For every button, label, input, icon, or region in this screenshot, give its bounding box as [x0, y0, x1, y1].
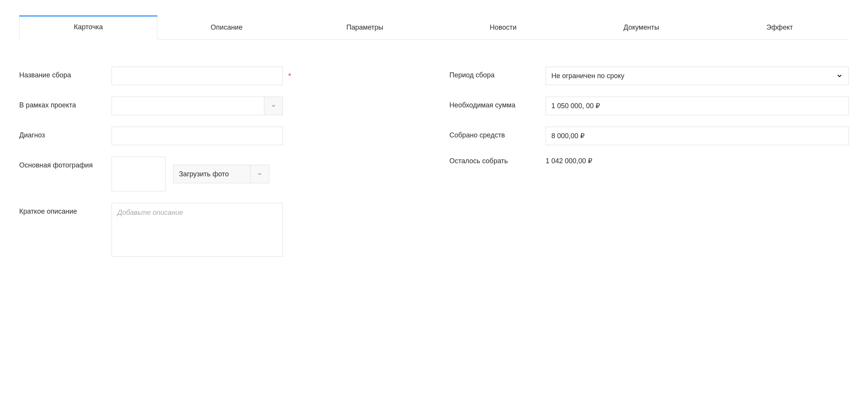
form-area: Название сбора * В рамках проекта: [19, 40, 849, 268]
tab-label: Документы: [624, 23, 659, 31]
tab-news[interactable]: Новости: [434, 15, 572, 39]
input-diagnosis[interactable]: [112, 127, 283, 145]
upload-photo-button[interactable]: [250, 165, 269, 183]
input-goal[interactable]: [546, 97, 849, 115]
tab-params[interactable]: Параметры: [296, 15, 434, 39]
label-photo: Основная фотография: [19, 157, 112, 169]
form-column-left: Название сбора * В рамках проекта: [19, 67, 419, 268]
textarea-short-desc[interactable]: [112, 203, 283, 257]
photo-thumbnail[interactable]: [112, 157, 165, 191]
chevron-down-icon: [257, 171, 262, 177]
tabs: Карточка Описание Параметры Новости Доку…: [19, 15, 849, 40]
input-name[interactable]: [112, 67, 283, 85]
tab-label: Карточка: [74, 23, 103, 31]
select-period-value: Не ограничен по сроку: [551, 72, 624, 80]
row-period: Период сбора Не ограничен по сроку: [449, 67, 849, 85]
tab-label: Параметры: [346, 23, 383, 31]
select-project[interactable]: [112, 97, 283, 115]
chevron-down-icon: [271, 103, 276, 109]
upload-photo-select[interactable]: Загрузить фото: [173, 165, 269, 183]
label-period: Период сбора: [449, 67, 546, 79]
required-mark-icon: *: [288, 72, 291, 80]
tab-description[interactable]: Описание: [157, 15, 295, 39]
value-remaining: 1 042 000,00 ₽: [546, 157, 592, 165]
tab-docs[interactable]: Документы: [572, 15, 710, 39]
row-photo: Основная фотография Загрузить фото: [19, 157, 419, 191]
label-goal: Необходимая сумма: [449, 97, 546, 109]
chevron-down-icon: [836, 72, 843, 79]
upload-photo-label: Загрузить фото: [174, 165, 250, 183]
tab-label: Новости: [490, 23, 517, 31]
label-remaining: Осталось собрать: [449, 157, 546, 165]
label-collected: Собрано средств: [449, 127, 546, 139]
row-short-desc: Краткое описание: [19, 203, 419, 257]
row-remaining: Осталось собрать 1 042 000,00 ₽: [449, 157, 849, 165]
row-project: В рамках проекта: [19, 97, 419, 115]
select-project-button[interactable]: [264, 97, 282, 115]
label-short-desc: Краткое описание: [19, 203, 112, 216]
select-period[interactable]: Не ограничен по сроку: [546, 67, 849, 85]
row-name: Название сбора *: [19, 67, 419, 85]
select-project-value: [112, 97, 264, 115]
label-name: Название сбора: [19, 67, 112, 79]
tab-card[interactable]: Карточка: [19, 15, 157, 40]
tab-label: Эффект: [766, 23, 793, 31]
label-project: В рамках проекта: [19, 97, 112, 109]
row-goal: Необходимая сумма: [449, 97, 849, 115]
label-diagnosis: Диагноз: [19, 127, 112, 139]
input-collected[interactable]: [546, 127, 849, 145]
row-collected: Собрано средств: [449, 127, 849, 145]
tab-effect[interactable]: Эффект: [711, 15, 849, 39]
form-column-right: Период сбора Не ограничен по сроку Необх…: [449, 67, 849, 268]
row-diagnosis: Диагноз: [19, 127, 419, 145]
tab-label: Описание: [211, 23, 243, 31]
